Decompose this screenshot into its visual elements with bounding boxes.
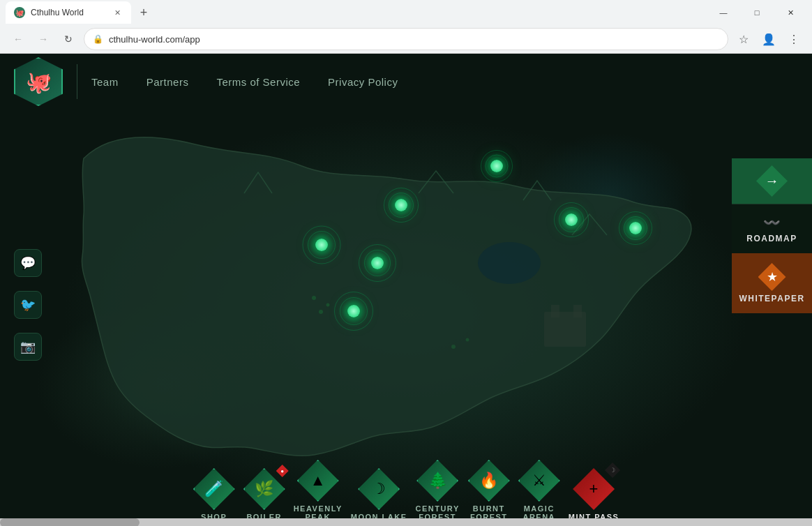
whitepaper-star-icon: ★ (758, 263, 786, 291)
bottom-nav: 🧪 Shop 🌿 ● Boiler ▲ Heavenly Peak ☽ Moon… (0, 450, 812, 526)
nav-partners[interactable]: Partners (146, 76, 189, 88)
bottom-magic-arena[interactable]: ⚔ Magic Arena (518, 460, 560, 521)
nav-links: Team Partners Terms of Service Privacy P… (91, 76, 398, 88)
map-orb-2[interactable] (382, 186, 420, 225)
nav-team[interactable]: Team (91, 76, 119, 88)
map-orb-5[interactable] (357, 243, 398, 283)
close-button[interactable]: ✕ (774, 0, 806, 25)
browser-chrome: Cthulhu World ✕ + — □ ✕ ← → ↻ 🔒 cthulhu-… (0, 0, 812, 54)
map-orb-3[interactable] (479, 149, 514, 183)
tab-favicon (14, 7, 25, 18)
magic-arena-icon: ⚔ (518, 460, 560, 502)
browser-menu-button[interactable]: ⋮ (784, 29, 804, 49)
whitepaper-button[interactable]: ★ Whitepaper (732, 253, 812, 313)
url-text: cthulhu-world.com/app (109, 34, 719, 45)
reload-button[interactable]: ↻ (59, 29, 78, 49)
maximize-button[interactable]: □ (741, 0, 773, 25)
svg-point-4 (466, 338, 469, 342)
instagram-button[interactable]: 📷 (14, 333, 42, 361)
back-button[interactable]: ← (8, 29, 28, 49)
logo-hexagon: 🐙 (14, 57, 63, 106)
bottom-burnt-forest[interactable]: 🔥 Burnt Forest (468, 460, 510, 521)
roadmap-button[interactable]: 〰️ Roadmap (732, 204, 812, 253)
bottom-mint-pass[interactable]: + ☽ Mint Pass (569, 468, 619, 521)
svg-point-3 (451, 345, 456, 349)
nav-privacy[interactable]: Privacy Policy (328, 76, 398, 88)
lock-icon: 🔒 (93, 34, 103, 44)
moon-lake-icon: ☽ (358, 468, 400, 510)
nav-header: 🐙 Team Partners Terms of Service Privacy… (0, 54, 812, 110)
title-bar: Cthulhu World ✕ + — □ ✕ (0, 0, 812, 25)
scrollbar-thumb[interactable] (0, 518, 140, 526)
tab-close-button[interactable]: ✕ (112, 7, 123, 18)
svg-point-2 (319, 310, 323, 314)
logo-icon: 🐙 (26, 70, 52, 94)
horizontal-scrollbar[interactable] (0, 518, 812, 526)
nav-divider (77, 64, 77, 99)
app-area: 🐙 Team Partners Terms of Service Privacy… (0, 54, 812, 526)
heavenly-peak-icon: ▲ (297, 460, 339, 502)
twitter-icon: 🐦 (20, 297, 36, 313)
bottom-moon-lake[interactable]: ☽ Moon Lake (351, 468, 407, 521)
right-panel: → 〰️ Roadmap ★ Whitepaper (732, 158, 812, 313)
map-orb-1[interactable] (301, 224, 343, 266)
enter-button[interactable]: → (732, 158, 812, 204)
roadmap-icon: 〰️ (763, 214, 781, 231)
discord-icon: 💬 (20, 255, 36, 271)
profile-button[interactable]: 👤 (759, 29, 779, 49)
bottom-shop[interactable]: 🧪 Shop (193, 468, 235, 521)
enter-diamond-icon: → (756, 165, 788, 197)
map-orb-7[interactable] (617, 210, 654, 246)
browser-tab[interactable]: Cthulhu World ✕ (6, 1, 131, 24)
boiler-indicator: ● (276, 465, 289, 477)
svg-point-0 (312, 296, 316, 300)
svg-rect-6 (551, 305, 559, 317)
boiler-icon: 🌿 (243, 468, 285, 510)
burnt-forest-icon: 🔥 (468, 460, 510, 502)
century-forest-icon: 🌲 (416, 460, 458, 502)
window-controls: — □ ✕ (707, 0, 806, 25)
nav-terms[interactable]: Terms of Service (216, 76, 300, 88)
new-tab-button[interactable]: + (134, 3, 153, 22)
mint-pass-icon: + (573, 468, 615, 510)
minimize-button[interactable]: — (707, 0, 739, 25)
whitepaper-label: Whitepaper (739, 294, 804, 303)
forward-button[interactable]: → (33, 29, 53, 49)
roadmap-label: Roadmap (746, 234, 797, 243)
twitter-button[interactable]: 🐦 (14, 291, 42, 319)
address-bar-row: ← → ↻ 🔒 cthulhu-world.com/app ☆ 👤 ⋮ (0, 25, 812, 53)
map-orb-6[interactable] (333, 290, 375, 332)
instagram-icon: 📷 (20, 339, 36, 354)
address-bar[interactable]: 🔒 cthulhu-world.com/app (84, 28, 728, 50)
aviary-icon: ☽ (605, 463, 620, 478)
discord-button[interactable]: 💬 (14, 249, 42, 277)
tab-title: Cthulhu World (31, 8, 84, 17)
social-bar: 💬 🐦 📷 (14, 249, 42, 361)
bottom-heavenly-peak[interactable]: ▲ Heavenly Peak (294, 460, 343, 521)
bottom-boiler[interactable]: 🌿 ● Boiler (243, 468, 285, 521)
bookmark-button[interactable]: ☆ (734, 29, 753, 49)
svg-point-1 (326, 303, 330, 307)
bottom-century-forest[interactable]: 🌲 Century Forest (415, 460, 459, 521)
svg-point-8 (478, 242, 541, 284)
logo[interactable]: 🐙 (14, 57, 63, 106)
map-orb-4[interactable] (552, 200, 591, 239)
svg-rect-7 (573, 305, 582, 317)
arrow-right-icon: → (765, 173, 779, 189)
shop-icon: 🧪 (193, 468, 235, 510)
